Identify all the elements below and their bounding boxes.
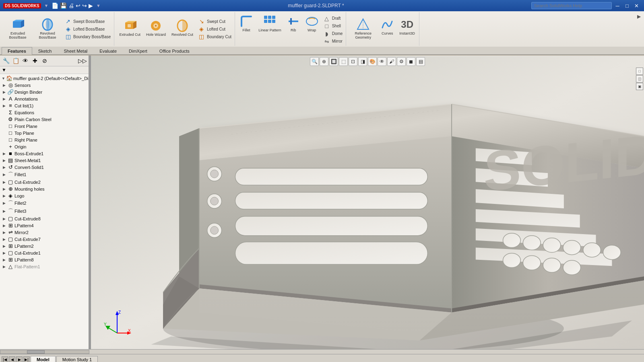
reference-geometry-label: Reference Geometry <box>351 32 375 40</box>
ft-item-cut-list[interactable]: ▶≡Cut list(1) <box>0 102 89 109</box>
ft-item-fillet3[interactable]: ▶⌒Fillet3 <box>0 207 89 215</box>
extruded-boss-label: Extruded Boss/Base <box>6 32 30 40</box>
zoom-to-fit-button[interactable]: ⊕ <box>320 57 328 66</box>
reference-geometry-button[interactable]: Reference Geometry <box>349 16 378 41</box>
tab-model[interactable]: Model <box>31 356 56 362</box>
ft-item-fillet1[interactable]: ▶⌒Fillet1 <box>0 171 89 179</box>
nav-end-btn[interactable]: ▶| <box>23 356 30 362</box>
fillet-button[interactable]: Fillet <box>237 13 255 45</box>
ft-item-material[interactable]: ⚙Plain Carbon Steel <box>0 116 89 123</box>
ft-item-right-plane[interactable]: □Right Plane <box>0 136 89 143</box>
linear-pattern-button[interactable]: Linear Pattern <box>256 13 284 45</box>
extruded-cut-button[interactable]: Extruded Cut <box>117 18 143 40</box>
display-manager-icon[interactable]: ⊘ <box>40 56 49 65</box>
shell-button[interactable]: □ Shell <box>322 23 345 30</box>
feature-manager-icon[interactable]: 🔧 <box>2 56 10 65</box>
rib-label: Rib <box>291 29 296 33</box>
view-settings-button[interactable]: ⚙ <box>397 57 406 66</box>
tab-evaluate[interactable]: Evaluate <box>93 47 123 55</box>
ft-item-fillet2[interactable]: ▶⌒Fillet2 <box>0 199 89 207</box>
hide-show-items[interactable]: 👁 <box>378 57 386 66</box>
ft-item-boss-extrude1[interactable]: ▶■Boss-Extrude1 <box>0 150 89 157</box>
filter-bar: ▼ <box>0 66 89 74</box>
instant3d-button[interactable]: 3D Instant3D <box>397 16 417 41</box>
svg-point-11 <box>155 25 157 27</box>
ribbon-tabs: Features Sketch Sheet Metal Evaluate Dim… <box>0 47 644 55</box>
section-view-button[interactable]: ◨ <box>358 57 367 66</box>
scene-button[interactable]: ◼ <box>407 57 415 66</box>
ft-item-cut-extrude1[interactable]: ▶▢Cut-Extrude1 <box>0 249 89 256</box>
ft-item-equations[interactable]: ΣEquations <box>0 109 89 116</box>
zoom-in-button[interactable]: 🔍 <box>310 57 319 66</box>
extruded-boss-button[interactable]: Extruded Boss/Base <box>3 16 32 41</box>
view-right-btn-1[interactable]: □ <box>636 68 643 75</box>
ft-item-origin[interactable]: +Origin <box>0 143 89 150</box>
nav-next-btn[interactable]: ▶ <box>16 356 23 362</box>
ft-item-top-plane[interactable]: □Top Plane <box>0 130 89 136</box>
view-right-btn-3[interactable]: ▣ <box>636 83 643 90</box>
wrap-button[interactable]: Wrap <box>303 13 321 45</box>
display-style-button[interactable]: 🎨 <box>368 57 377 66</box>
tab-dimxpert[interactable]: DimXpert <box>123 47 153 55</box>
ft-item-cut-extrude2[interactable]: ▶▢Cut-Extrude2 <box>0 179 89 185</box>
tab-office-products[interactable]: Office Products <box>153 47 196 55</box>
ft-item-front-plane[interactable]: □Front Plane <box>0 123 89 130</box>
zoom-to-selection-button[interactable]: 🔲 <box>329 57 338 66</box>
ft-item-logo[interactable]: ▶◈Logo <box>0 192 89 199</box>
ft-item-convert-solid1[interactable]: ▶↺Convert-Solid1 <box>0 164 89 171</box>
minimize-button[interactable]: ─ <box>613 2 621 10</box>
svg-point-59 <box>583 243 601 257</box>
ft-item-mirror2[interactable]: ▶⇌Mirror2 <box>0 229 89 236</box>
view-right-btn-2[interactable]: ◫ <box>636 75 643 82</box>
search-input[interactable] <box>531 2 612 9</box>
window-title: muffler guard-2.SLDPRT * <box>288 3 344 8</box>
appearance-button[interactable]: 🖌 <box>387 57 396 66</box>
tab-features[interactable]: Features <box>2 47 32 55</box>
ribbon-expand[interactable]: ▶ <box>636 12 642 46</box>
view-orientation-button[interactable]: ⊡ <box>349 57 357 66</box>
ft-item-lpattern8[interactable]: ▶⊞LPattern8 <box>0 256 89 263</box>
tab-sketch[interactable]: Sketch <box>32 47 58 55</box>
viewport[interactable]: 🔍 ⊕ 🔲 ⬚ ⊡ ◨ 🎨 👁 🖌 ⚙ ◼ ▤ <box>91 56 644 349</box>
tab-motion-study[interactable]: Motion Study 1 <box>56 356 98 362</box>
horizontal-scroll[interactable] <box>0 349 644 354</box>
svg-point-48 <box>211 226 219 234</box>
swept-boss-button[interactable]: ↗ Swept Boss/Base <box>63 18 112 25</box>
ft-item-flat-pattern1[interactable]: ▶△Flat-Pattern1 <box>0 263 89 270</box>
ft-item-cut-extrude7[interactable]: ▶▢Cut-Extrude7 <box>0 236 89 243</box>
draft-button[interactable]: △ Draft <box>322 15 345 22</box>
boundary-cut-button[interactable]: ◫ Boundary Cut <box>196 33 233 40</box>
revolved-boss-button[interactable]: Revolved Boss/Base <box>33 16 62 41</box>
rib-button[interactable]: Rib <box>285 13 302 45</box>
ft-item-sensors[interactable]: ▶◎Sensors <box>0 82 89 88</box>
previous-view-button[interactable]: ⬚ <box>339 57 348 66</box>
curves-button[interactable]: Curves <box>378 16 396 41</box>
ft-item-mounting-holes[interactable]: ▶⊕Mounting holes <box>0 185 89 192</box>
ft-item-design-binder[interactable]: ▶🔗Design Binder <box>0 88 89 95</box>
ft-root[interactable]: ▼ 🏠 muffler guard-2 (Default<<Default>_D… <box>0 75 89 82</box>
ft-item-lpattern2[interactable]: ▶⊞LPattern2 <box>0 243 89 249</box>
swept-cut-button[interactable]: ↘ Swept Cut <box>196 18 233 25</box>
ft-item-cut-extrude8[interactable]: ▶▢Cut-Extrude8 <box>0 215 89 222</box>
dim-xpert-manager-icon[interactable]: ✚ <box>31 56 39 65</box>
property-manager-icon[interactable]: 📋 <box>11 56 20 65</box>
expand-sidebar-icon[interactable]: ▷▷ <box>78 56 87 65</box>
ft-item-sheet-metal1[interactable]: ▶▤Sheet-Metal1 <box>0 157 89 164</box>
revolved-cut-button[interactable]: Revolved Cut <box>169 18 196 40</box>
nav-prev-btn[interactable]: ◀ <box>9 356 15 362</box>
svg-point-61 <box>503 253 521 267</box>
ft-item-annotations[interactable]: ▶AAnnotations <box>0 95 89 102</box>
ft-item-lpattern4[interactable]: ▶⊞LPattern4 <box>0 222 89 229</box>
close-button[interactable]: ✕ <box>633 2 641 10</box>
maximize-button[interactable]: □ <box>623 2 631 10</box>
mirror-button[interactable]: ⇋ Mirror <box>322 38 345 45</box>
hole-wizard-button[interactable]: Hole Wizard <box>144 18 168 40</box>
tab-sheet-metal[interactable]: Sheet Metal <box>58 47 94 55</box>
lofted-cut-button[interactable]: ◈ Lofted Cut <box>196 25 233 33</box>
lofted-boss-button[interactable]: ◈ Lofted Boss/Base <box>63 25 112 33</box>
dome-button[interactable]: ◗ Dome <box>322 30 345 37</box>
configuration-manager-icon[interactable]: 👁 <box>21 56 30 65</box>
nav-start-btn[interactable]: |◀ <box>2 356 8 362</box>
boundary-boss-button[interactable]: ◫ Boundary Boss/Base <box>63 33 112 40</box>
toolbar-button[interactable]: ▤ <box>416 57 425 66</box>
